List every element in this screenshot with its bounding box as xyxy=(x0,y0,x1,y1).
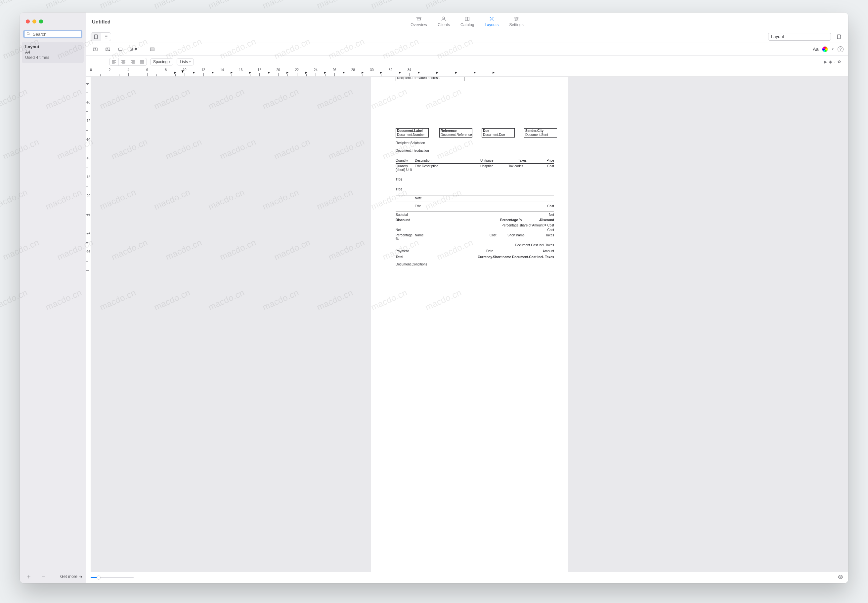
svg-rect-6 xyxy=(838,35,840,39)
field-recipient-address[interactable]: Recipient.Formatted address xyxy=(395,77,464,81)
header-field-2[interactable]: DueDocument.Due xyxy=(482,128,515,138)
row-discount[interactable]: Discount xyxy=(395,218,410,222)
header-field-1[interactable]: ReferenceDocument.Reference xyxy=(439,128,473,138)
th-price: Price xyxy=(547,159,554,162)
row-note[interactable]: Note xyxy=(415,196,422,200)
close-icon[interactable] xyxy=(26,20,30,23)
row-title1[interactable]: Title xyxy=(395,178,402,181)
insert-image-icon[interactable] xyxy=(103,45,113,53)
canvas[interactable]: Recipient.Formatted address Recipient.Sa… xyxy=(91,77,848,572)
th-taxes: Taxes xyxy=(513,159,527,162)
row-pct-name[interactable]: Name xyxy=(415,233,424,237)
pct-rule xyxy=(395,242,554,242)
spacing-select[interactable]: Spacing ▾ xyxy=(150,58,173,65)
tr-up[interactable]: Unitprice xyxy=(480,164,493,168)
align-segment[interactable] xyxy=(109,58,147,66)
svg-rect-5 xyxy=(95,35,98,39)
insert-table-icon[interactable] xyxy=(147,45,157,53)
gear-small-icon[interactable]: ✿ xyxy=(838,60,841,64)
zoom-slider[interactable] xyxy=(91,577,134,578)
vertical-ruler[interactable]: 8101214161820222426 xyxy=(86,77,91,572)
clients-icon xyxy=(440,16,448,22)
sidebar-item-title: Layout xyxy=(25,44,81,49)
tab-overview[interactable]: Overview xyxy=(411,16,427,27)
catalog-icon xyxy=(464,16,471,22)
row-net-cost[interactable]: Cost xyxy=(547,228,554,232)
row-pct-taxes[interactable]: Taxes xyxy=(546,233,554,237)
font-button[interactable]: Aa xyxy=(813,46,819,52)
circle-icon[interactable]: ○ xyxy=(834,60,835,65)
help-icon[interactable]: ? xyxy=(838,46,843,52)
layout-name-input[interactable] xyxy=(768,33,831,41)
get-more-button[interactable]: Get more ➔ xyxy=(60,574,82,579)
tr-cost[interactable]: Cost xyxy=(547,164,554,168)
row-net[interactable]: Net xyxy=(395,228,401,232)
tab-clients[interactable]: Clients xyxy=(438,16,450,27)
insert-variable-icon[interactable]: $▾ xyxy=(129,45,138,53)
sidebar-item-sub1: A4 xyxy=(25,50,81,54)
tr-title[interactable]: Title Description xyxy=(415,164,451,168)
row-total-val[interactable]: Currency.Short name Document.Cost incl. … xyxy=(478,255,554,259)
preview-icon[interactable] xyxy=(838,574,843,581)
row-subtotal[interactable]: Subtotal xyxy=(395,213,408,216)
search-input[interactable] xyxy=(33,32,88,37)
row-subtotal-net[interactable]: Net xyxy=(549,213,554,216)
row-pct-short[interactable]: Short name xyxy=(507,233,525,237)
row-conditions[interactable]: Document.Conditions xyxy=(395,263,427,266)
row-pct-share[interactable]: Percentage share of Amount = Cost xyxy=(501,224,554,227)
zoom-icon[interactable] xyxy=(39,20,43,23)
header-field-3[interactable]: Sender.CityDocument.Sent xyxy=(524,128,557,138)
sidebar-search[interactable]: ▲▼ xyxy=(23,30,82,39)
play-icon[interactable]: ▶ xyxy=(824,60,827,64)
horizontal-ruler[interactable]: 0246810121416182022242628303234▶▶▶▶▶▶▶▶▶… xyxy=(86,68,848,77)
tab-settings[interactable]: Settings xyxy=(509,16,523,27)
row-cost3[interactable]: Cost xyxy=(547,204,554,208)
page-settings-icon[interactable] xyxy=(834,33,843,41)
align-left-icon[interactable] xyxy=(110,58,119,65)
list-view-icon[interactable] xyxy=(101,33,111,41)
field-introduction[interactable]: Document.Introduction xyxy=(395,149,429,152)
view-mode-segment[interactable] xyxy=(91,32,111,41)
toolbar-row-3: Spacing ▾ Lists ▾ ▶ ◆ ○ ✿ xyxy=(86,56,848,68)
add-button[interactable]: ＋ xyxy=(26,573,32,580)
sidebar-item-sub2: Used 4 times xyxy=(25,55,81,60)
row-pct-cost[interactable]: Cost xyxy=(490,233,496,237)
page[interactable]: Recipient.Formatted address Recipient.Sa… xyxy=(371,77,568,572)
row-title3[interactable]: Title xyxy=(415,204,421,208)
align-right-icon[interactable] xyxy=(128,58,137,65)
row-cost-incl[interactable]: Document.Cost incl. Taxes xyxy=(515,243,554,247)
svg-point-4 xyxy=(27,32,29,34)
insert-shape-icon[interactable] xyxy=(116,45,125,53)
align-justify-icon[interactable] xyxy=(137,58,147,65)
minimize-icon[interactable] xyxy=(33,20,36,23)
row-payment-date[interactable]: Date xyxy=(486,249,493,253)
row-discount-neg[interactable]: -Discount xyxy=(539,218,554,222)
color-picker-icon[interactable] xyxy=(822,46,828,52)
insert-textbox-icon[interactable] xyxy=(91,45,100,53)
tab-catalog[interactable]: Catalog xyxy=(460,16,474,27)
settings-icon xyxy=(513,16,520,22)
sidebar-item-layout[interactable]: Layout A4 Used 4 times xyxy=(22,42,84,63)
page-view-icon[interactable] xyxy=(91,33,101,41)
row-title2[interactable]: Title xyxy=(395,187,402,191)
diamond-icon[interactable]: ◆ xyxy=(829,60,832,64)
row-discount-pct[interactable]: Percentage % xyxy=(500,218,522,222)
row-payment-amt[interactable]: Amount xyxy=(543,249,554,253)
tab-layouts[interactable]: Layouts xyxy=(485,16,499,27)
lists-select[interactable]: Lists ▾ xyxy=(177,58,194,65)
get-more-label: Get more xyxy=(60,574,78,579)
field-salutation[interactable]: Recipient.Salutation xyxy=(395,141,425,145)
remove-button[interactable]: － xyxy=(40,573,46,580)
row-pct[interactable]: Percentage % xyxy=(395,233,414,241)
color-dropdown-icon[interactable]: ▼ xyxy=(831,48,834,51)
row-payment[interactable]: Payment xyxy=(395,249,409,253)
tab-catalog-label: Catalog xyxy=(460,23,474,27)
row-total[interactable]: Total xyxy=(395,255,403,259)
tr-tax[interactable]: Tax codes xyxy=(508,164,523,168)
tab-overview-label: Overview xyxy=(411,23,427,27)
header-field-0[interactable]: Document.LabelDocument.Number xyxy=(395,128,429,138)
align-center-icon[interactable] xyxy=(119,58,128,65)
tr-qty[interactable]: Quantity (short) Unit xyxy=(395,164,414,172)
lists-label: Lists xyxy=(180,60,188,64)
tab-settings-label: Settings xyxy=(509,23,523,27)
